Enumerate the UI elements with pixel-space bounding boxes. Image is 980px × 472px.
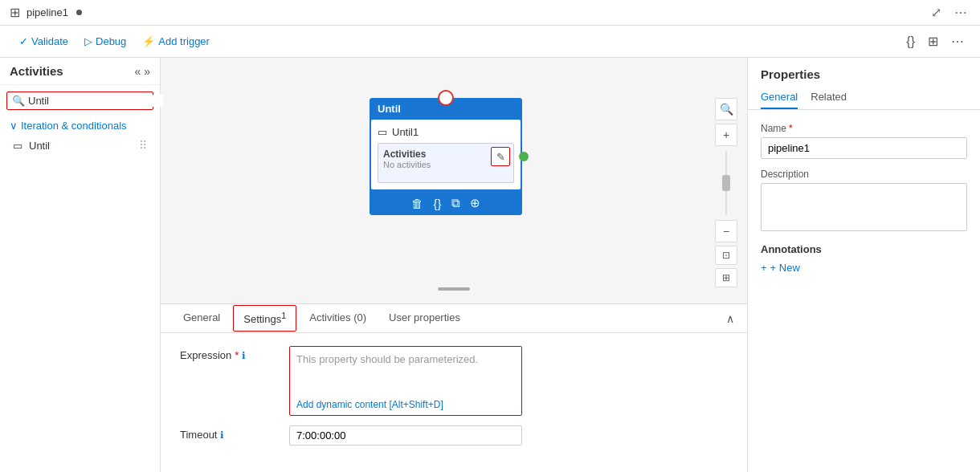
annotations-section-label: Annotations bbox=[761, 243, 967, 255]
tab-activities[interactable]: Activities (0) bbox=[300, 307, 376, 330]
name-input[interactable] bbox=[761, 137, 967, 159]
activity-until[interactable]: ▭ Until ⠿ bbox=[0, 135, 160, 156]
until-code-button[interactable]: {} bbox=[433, 197, 441, 210]
no-activities-label: No activities bbox=[383, 160, 508, 169]
add-dynamic-content-link[interactable]: Add dynamic content [Alt+Shift+D] bbox=[290, 397, 521, 415]
expression-box: This property should be parameterized. A… bbox=[289, 346, 522, 416]
until-edit-button[interactable]: ✎ bbox=[491, 147, 510, 166]
validate-button[interactable]: ✓ Validate bbox=[13, 32, 75, 51]
expression-required: * bbox=[235, 349, 239, 361]
sidebar-header: Activities « » bbox=[0, 58, 160, 85]
search-box: 🔍 bbox=[6, 92, 153, 110]
canvas[interactable]: Until ▭ Until1 Activities No activities … bbox=[161, 58, 747, 303]
until-body: ▭ Until1 Activities No activities ✎ bbox=[371, 120, 521, 189]
expand-button[interactable]: ⤢ bbox=[928, 3, 945, 22]
debug-button[interactable]: ▷ Debug bbox=[78, 32, 133, 51]
pipeline-icon: ⊞ bbox=[10, 5, 20, 20]
validate-icon: ✓ bbox=[19, 35, 28, 47]
timeout-row: Timeout ℹ bbox=[180, 425, 728, 446]
drag-handle[interactable]: ⠿ bbox=[139, 139, 147, 152]
toolbar-more-button[interactable]: ⋯ bbox=[948, 31, 967, 52]
plus-icon: + bbox=[761, 262, 767, 274]
until-node: Until ▭ Until1 Activities No activities … bbox=[370, 98, 522, 215]
collapse-panel-button[interactable]: ∧ bbox=[726, 312, 734, 325]
properties-title: Properties bbox=[748, 58, 980, 86]
add-trigger-button[interactable]: ⚡ Add trigger bbox=[136, 32, 216, 51]
properties-tabs: General Related bbox=[748, 86, 980, 110]
timeout-info-icon: ℹ bbox=[220, 429, 224, 441]
expression-textarea[interactable]: This property should be parameterized. bbox=[290, 347, 521, 395]
scroll-indicator bbox=[438, 287, 470, 291]
canvas-controls: 🔍 + − ⊡ ⊞ bbox=[715, 98, 737, 287]
node-connector-right bbox=[519, 152, 529, 161]
until-connect-button[interactable]: ⊕ bbox=[470, 196, 480, 210]
description-textarea[interactable] bbox=[761, 183, 967, 231]
expression-info-icon: ℹ bbox=[242, 350, 246, 361]
bottom-tabs: General Settings1 Activities (0) User pr… bbox=[161, 304, 747, 333]
search-canvas-button[interactable]: 🔍 bbox=[715, 98, 737, 120]
properties-panel: Properties General Related Name * Descri… bbox=[747, 58, 980, 472]
pipeline-title: pipeline1 bbox=[27, 6, 68, 18]
until-box: Until ▭ Until1 Activities No activities … bbox=[370, 98, 522, 215]
properties-content: Name * Description Annotations + + New bbox=[748, 110, 980, 472]
zoom-in-button[interactable]: + bbox=[715, 124, 737, 146]
sidebar-title: Activities bbox=[10, 64, 63, 78]
until-icon: ▭ bbox=[13, 140, 22, 152]
tab-settings[interactable]: Settings1 bbox=[233, 305, 296, 331]
main-layout: Activities « » 🔍 ∨ Iteration & condition… bbox=[0, 58, 980, 472]
sidebar-collapse-button[interactable]: « bbox=[134, 65, 141, 78]
until-delete-button[interactable]: 🗑 bbox=[411, 197, 423, 210]
trigger-icon: ⚡ bbox=[142, 35, 155, 47]
props-tab-general[interactable]: General bbox=[761, 86, 798, 109]
zoom-out-button[interactable]: − bbox=[715, 220, 737, 242]
topbar-more-button[interactable]: ⋯ bbox=[951, 3, 970, 22]
grid-view-button[interactable]: ⊞ bbox=[925, 31, 941, 52]
center-area: Until ▭ Until1 Activities No activities … bbox=[161, 58, 747, 472]
code-view-button[interactable]: {} bbox=[903, 31, 918, 52]
tab-general[interactable]: General bbox=[174, 307, 230, 330]
until-footer: 🗑 {} ⧉ ⊕ bbox=[370, 191, 522, 215]
unsaved-dot bbox=[76, 10, 82, 15]
expression-row: Expression * ℹ This property should be p… bbox=[180, 346, 728, 416]
expression-label: Expression * ℹ bbox=[180, 346, 276, 361]
bottom-content: Expression * ℹ This property should be p… bbox=[161, 333, 747, 468]
until-start-circle bbox=[438, 90, 454, 106]
activities-sidebar: Activities « » 🔍 ∨ Iteration & condition… bbox=[0, 58, 161, 472]
bottom-panel: General Settings1 Activities (0) User pr… bbox=[161, 303, 747, 472]
until-copy-button[interactable]: ⧉ bbox=[451, 196, 460, 210]
new-annotation-button[interactable]: + + New bbox=[761, 262, 800, 274]
sidebar-expand-button[interactable]: » bbox=[144, 65, 150, 78]
tab-user-properties[interactable]: User properties bbox=[379, 307, 470, 330]
debug-icon: ▷ bbox=[84, 35, 92, 47]
toolbar: ✓ Validate ▷ Debug ⚡ Add trigger {} ⊞ ⋯ bbox=[0, 26, 980, 58]
zoom-thumb[interactable] bbox=[722, 175, 730, 191]
name-field-label: Name * bbox=[761, 123, 967, 134]
timeout-input[interactable] bbox=[289, 425, 522, 446]
timeout-label: Timeout ℹ bbox=[180, 425, 276, 441]
zoom-track bbox=[725, 151, 727, 215]
search-input[interactable] bbox=[28, 95, 163, 107]
props-tab-related[interactable]: Related bbox=[811, 86, 847, 109]
minimap-button[interactable]: ⊞ bbox=[715, 268, 737, 287]
activities-label: Activities bbox=[383, 149, 508, 160]
chevron-down-icon: ∨ bbox=[10, 120, 18, 132]
top-bar: ⊞ pipeline1 ⤢ ⋯ bbox=[0, 0, 980, 26]
category-iteration[interactable]: ∨ Iteration & conditionals bbox=[0, 116, 160, 135]
description-field-label: Description bbox=[761, 169, 967, 180]
edit-icon: ✎ bbox=[496, 151, 505, 163]
fit-view-button[interactable]: ⊡ bbox=[715, 246, 737, 265]
until-activities-container: Activities No activities ✎ bbox=[378, 143, 514, 183]
search-icon: 🔍 bbox=[12, 95, 25, 107]
until-body-title: ▭ Until1 bbox=[378, 126, 514, 138]
until-body-icon: ▭ bbox=[378, 126, 387, 138]
